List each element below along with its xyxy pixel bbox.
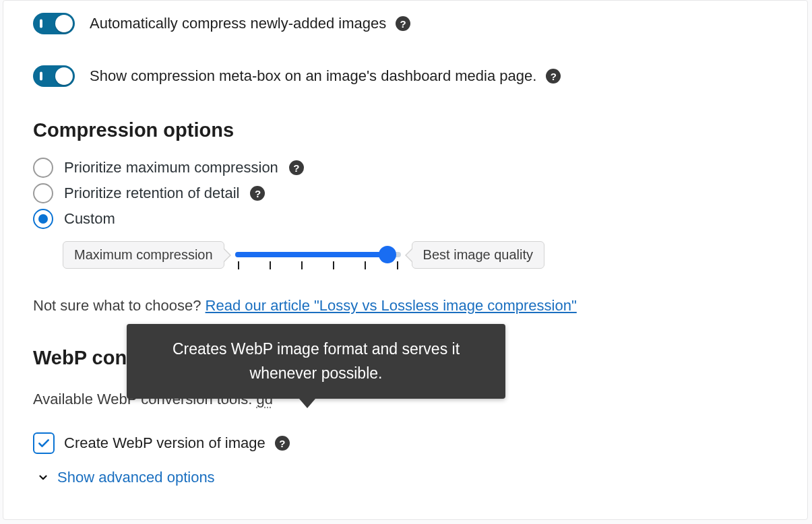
hint-prefix: Not sure what to choose? [33, 297, 206, 314]
create-webp-label: Create WebP version of image [64, 434, 266, 452]
compression-slider-row: Maximum compression Best image quality [63, 241, 778, 269]
radio-row-max-compression: Prioritize maximum compression ? [33, 158, 778, 178]
toggle-auto-compress[interactable] [33, 13, 75, 34]
radio-custom[interactable] [33, 209, 53, 229]
check-icon [37, 436, 51, 450]
help-icon[interactable]: ? [546, 69, 561, 84]
compression-heading: Compression options [33, 119, 778, 141]
slider-min-pill: Maximum compression [63, 241, 224, 269]
radio-label: Prioritize retention of detail [64, 185, 239, 202]
radio-row-retain-detail: Prioritize retention of detail ? [33, 183, 778, 203]
radio-retain-detail[interactable] [33, 183, 53, 203]
help-icon[interactable]: ? [396, 16, 410, 31]
compression-slider[interactable] [235, 245, 401, 265]
radio-row-custom: Custom [33, 209, 778, 229]
label-text: Show compression meta-box on an image's … [90, 67, 536, 85]
show-advanced-text: Show advanced options [57, 469, 215, 486]
settings-content: Automatically compress newly-added image… [3, 1, 807, 486]
help-icon[interactable]: ? [275, 436, 290, 451]
help-icon[interactable]: ? [289, 160, 304, 175]
label-text: Automatically compress newly-added image… [90, 15, 386, 32]
settings-panel: Automatically compress newly-added image… [3, 0, 808, 520]
compression-hint: Not sure what to choose? Read our articl… [33, 297, 778, 315]
toggle-row-meta-box: Show compression meta-box on an image's … [33, 65, 778, 87]
chevron-down-icon [37, 471, 49, 484]
compression-radio-group: Prioritize maximum compression ? Priorit… [33, 158, 778, 229]
create-webp-checkbox[interactable] [33, 432, 55, 454]
radio-max-compression[interactable] [33, 158, 53, 178]
webp-tooltip: Creates WebP image format and serves it … [127, 324, 505, 399]
create-webp-row: Create WebP version of image ? [33, 432, 778, 454]
toggle-meta-box[interactable] [33, 65, 75, 87]
hint-link[interactable]: Read our article "Lossy vs Lossless imag… [206, 297, 577, 314]
toggle-meta-box-label: Show compression meta-box on an image's … [90, 67, 561, 85]
help-icon[interactable]: ? [250, 186, 265, 201]
show-advanced-link[interactable]: Show advanced options [37, 469, 778, 486]
radio-label: Prioritize maximum compression [64, 159, 278, 176]
toggle-row-auto-compress: Automatically compress newly-added image… [33, 13, 778, 34]
toggle-auto-compress-label: Automatically compress newly-added image… [90, 15, 410, 32]
radio-label: Custom [64, 210, 115, 228]
slider-max-pill: Best image quality [412, 241, 544, 269]
